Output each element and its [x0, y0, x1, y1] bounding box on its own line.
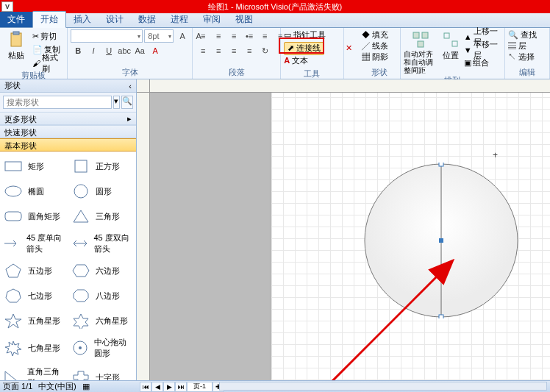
category-quick-shapes[interactable]: 快速形状 [0, 125, 136, 138]
shape-item-circle[interactable]: 圆形 [69, 179, 135, 203]
shape-item-label: 五角星形 [28, 316, 60, 327]
language-status[interactable]: 中文(中国) [38, 381, 76, 392]
format-painter-button[interactable]: 🖌 格式刷 [32, 57, 64, 69]
bullets-button[interactable]: •≡ [242, 29, 257, 43]
shapes-search-go[interactable]: 🔍 [121, 96, 133, 109]
page-first-button[interactable]: ⏮ [140, 382, 151, 392]
category-quick-shapes-label: 快速形状 [4, 127, 37, 136]
shapes-search-dropdown[interactable]: ▾ [113, 96, 120, 109]
cross-icon [71, 368, 91, 380]
line-button[interactable]: ╱ 线条 [362, 40, 388, 51]
shape-item-octagon[interactable]: 八边形 [69, 284, 135, 307]
page-next-button[interactable]: ▶ [163, 382, 175, 392]
indent-minus-button[interactable]: ≡ [257, 29, 272, 43]
find-button[interactable]: 🔍 查找 [508, 29, 537, 40]
font-color-button[interactable]: A [148, 44, 162, 57]
bold-button[interactable]: B [71, 44, 85, 57]
shape-item-label: 45 度双向箭头 [94, 232, 134, 254]
underline-button[interactable]: U [101, 44, 116, 57]
shape-item-rect[interactable]: 矩形 [1, 154, 68, 178]
tab-view[interactable]: 视图 [228, 12, 260, 27]
shape-grid: 矩形正方形椭圆圆形圆角矩形三角形45 度单向箭头45 度双向箭头五边形六边形七边… [0, 152, 136, 380]
shape-item-square[interactable]: 正方形 [69, 154, 135, 178]
shape-item-roundrect[interactable]: 圆角矩形 [1, 204, 68, 228]
grow-font-button[interactable]: A [175, 29, 190, 43]
align-center-button[interactable]: ≡ [211, 44, 226, 57]
tab-data[interactable]: 数据 [131, 12, 163, 27]
fill-button[interactable]: ◆ 填充 [362, 29, 388, 40]
tab-process[interactable]: 进程 [163, 12, 196, 27]
text-case-button[interactable]: Aa [132, 44, 147, 57]
text-tool-button[interactable]: A 文本 [284, 55, 308, 68]
shape-item-circdrag[interactable]: 中心拖动圆形 [69, 334, 135, 362]
shape-item-arrow2[interactable]: 45 度双向箭头 [69, 229, 135, 257]
italic-button[interactable]: I [86, 44, 101, 57]
tab-review[interactable]: 审阅 [196, 12, 228, 27]
shape-item-star5[interactable]: 五角星形 [1, 309, 68, 332]
close-tool-button[interactable]: ✕ [342, 41, 357, 54]
shape-item-arrow1[interactable]: 45 度单向箭头 [1, 229, 68, 257]
select-label: 选择 [518, 52, 535, 61]
category-more-shapes[interactable]: 更多形状▸ [0, 112, 136, 125]
circle-shape[interactable] [363, 163, 519, 318]
shape-item-rtriangle[interactable]: 直角三角形 [1, 363, 68, 380]
shapes-search-input[interactable] [3, 96, 112, 109]
group-button[interactable]: ▣ 组合 [464, 57, 501, 69]
shape-item-pentagon[interactable]: 五边形 [1, 259, 68, 282]
shape-item-label: 45 度单向箭头 [26, 232, 66, 254]
shape-item-hexagon[interactable]: 六边形 [69, 259, 135, 282]
align-mid-button[interactable]: ≡ [211, 29, 226, 43]
tab-insert[interactable]: 插入 [66, 12, 99, 27]
strike-button[interactable]: abc [117, 44, 132, 57]
align-top-button[interactable]: ≡ [196, 29, 210, 43]
ruler-vertical[interactable] [137, 93, 150, 380]
shape-item-triangle[interactable]: 三角形 [69, 204, 135, 228]
rotate-button[interactable]: ↻ [257, 44, 272, 57]
tab-file[interactable]: 文件 [0, 12, 32, 27]
category-basic-shapes[interactable]: 基本形状 [0, 138, 136, 152]
shapes-panel-expand-icon[interactable]: ‹ [129, 82, 132, 90]
group-shapes: ◆ 填充 ╱ 线条 ▦ 阴影 形状 [359, 28, 401, 79]
align-bot-button[interactable]: ≡ [226, 29, 241, 43]
drawing-canvas[interactable]: + [150, 93, 550, 380]
shadow-button[interactable]: ▦ 阴影 [362, 51, 388, 63]
ribbon-tabs: 文件 开始 插入 设计 数据 进程 审阅 视图 [0, 13, 550, 28]
svg-rect-1 [13, 32, 19, 35]
page-tab-1[interactable]: 页-1 [187, 382, 213, 392]
send-backward-button[interactable]: ▼ 下移一层 [464, 43, 501, 56]
ruler-horizontal[interactable] [150, 79, 550, 93]
svg-rect-5 [444, 33, 449, 38]
arrow2-icon [71, 235, 90, 252]
font-size-select[interactable]: 8pt [144, 29, 174, 43]
shape-item-star7[interactable]: 七角星形 [1, 334, 68, 362]
star6-icon [71, 312, 91, 329]
horizontal-scrollbar[interactable] [219, 382, 547, 391]
tab-design[interactable]: 设计 [99, 12, 131, 27]
page-last-button[interactable]: ⏭ [175, 382, 187, 392]
auto-align-label: 自动对齐和自动调整间距 [404, 50, 438, 74]
page-prev-button[interactable]: ◀ [151, 382, 163, 392]
shape-item-star6[interactable]: 六角星形 [69, 309, 135, 332]
align-left-button[interactable]: ≡ [196, 44, 210, 57]
auto-align-button[interactable]: 自动对齐和自动调整间距 [404, 29, 438, 74]
select-button[interactable]: ↖ 选择 [508, 51, 535, 63]
position-button[interactable]: 位置 [441, 29, 461, 61]
group-paragraph-label: 段落 [196, 66, 277, 79]
shape-item-cross[interactable]: 十字形 [69, 363, 135, 380]
shape-item-ellipse[interactable]: 椭圆 [1, 179, 68, 203]
rect-icon [3, 157, 24, 175]
hexagon-icon [71, 262, 91, 279]
paste-button[interactable]: 粘贴 [3, 29, 29, 61]
shape-item-label: 圆形 [96, 186, 112, 197]
connector-tool-button[interactable]: ⬈ 连接线 [284, 42, 324, 55]
ribbon: 粘贴 ✂ 剪切 📄 复制 🖌 格式刷 剪贴板 8pt A A B I U abc [0, 28, 550, 79]
cut-button[interactable]: ✂ 剪切 [32, 30, 64, 43]
align-right-button[interactable]: ≡ [226, 44, 241, 57]
layers-button[interactable]: ▤ 层 [508, 40, 526, 51]
tab-home[interactable]: 开始 [32, 11, 66, 28]
shape-item-heptagon[interactable]: 七边形 [1, 284, 68, 307]
align-justify-button[interactable]: ≡ [242, 44, 257, 57]
macro-status-icon[interactable]: ▦ [82, 382, 90, 391]
pointer-tool-button[interactable]: ▭ 指针工具 [284, 29, 326, 42]
font-family-select[interactable] [71, 29, 143, 43]
